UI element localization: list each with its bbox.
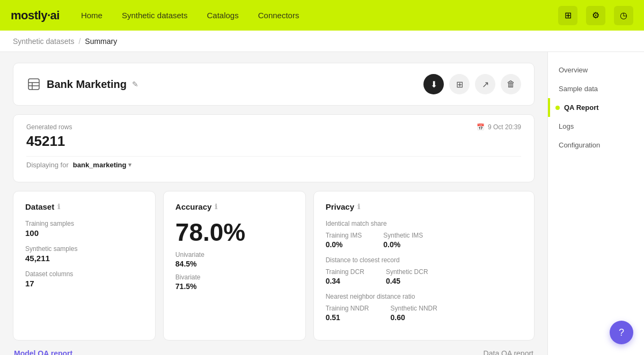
calendar-icon: 📅 <box>477 123 485 131</box>
dataset-header-card: Bank Marketing ✎ ⬇ ⊞ ↗ 🗑 <box>13 63 535 106</box>
breadcrumb-current: Summary <box>85 37 117 46</box>
sidebar-configuration-label: Configuration <box>559 141 600 149</box>
dataset-columns-item: Dataset columns 17 <box>25 270 143 288</box>
synthetic-nndr-col: Synthetic NNDR 0.60 <box>391 305 437 322</box>
training-dcr-value: 0.34 <box>326 277 364 285</box>
identical-match-title: Identical match share <box>326 220 522 227</box>
synthetic-dcr-value: 0.45 <box>386 277 428 285</box>
dataset-card-title: Dataset ℹ <box>25 202 143 211</box>
content-area: Bank Marketing ✎ ⬇ ⊞ ↗ 🗑 <box>0 52 547 355</box>
sidebar-item-sample-data[interactable]: Sample data <box>548 79 644 98</box>
synthetic-ims-col: Synthetic IMS 0.0% <box>383 232 423 249</box>
dcr-section: Distance to closest record Training DCR … <box>326 256 522 285</box>
training-nndr-value: 0.51 <box>326 313 369 322</box>
dataset-info-icon[interactable]: ℹ <box>57 203 60 211</box>
download-button[interactable]: ⬇ <box>423 74 444 94</box>
accuracy-info-icon[interactable]: ℹ <box>215 203 217 211</box>
user-icon: ◷ <box>620 10 627 20</box>
layout-icon-button[interactable]: ⊞ <box>558 6 577 25</box>
nav-icons: ⊞ ⚙ ◷ <box>558 6 633 25</box>
share-button[interactable]: ↗ <box>475 74 495 94</box>
synthetic-dcr-label: Synthetic DCR <box>386 268 428 276</box>
training-ims-value: 0.0% <box>326 240 362 249</box>
dataset-card: Dataset ℹ Training samples 100 Synthetic… <box>13 191 156 341</box>
dataset-title-row: Bank Marketing ✎ <box>26 77 138 92</box>
dataset-metrics: Training samples 100 Synthetic samples 4… <box>25 220 143 288</box>
accuracy-sub-metrics: Univariate 84.5% Bivariate 71.5% <box>175 251 294 291</box>
right-sidebar: Overview Sample data QA Report Logs Conf… <box>547 52 644 355</box>
nav-synthetic-datasets[interactable]: Synthetic datasets <box>122 11 188 20</box>
accuracy-metrics: 78.0% Univariate 84.5% Bivariate 71.5% <box>175 220 294 291</box>
accuracy-card: Accuracy ℹ 78.0% Univariate 84.5% Bivari… <box>163 191 306 341</box>
nndr-row: Training NNDR 0.51 Synthetic NNDR 0.60 <box>326 305 522 322</box>
training-dcr-col: Training DCR 0.34 <box>326 268 364 285</box>
logo[interactable]: mostly·ai <box>11 9 60 23</box>
timestamp-block: 📅 9 Oct 20:39 <box>477 123 521 131</box>
synthetic-dcr-col: Synthetic DCR 0.45 <box>386 268 428 285</box>
settings-icon-button[interactable]: ⚙ <box>586 6 605 25</box>
privacy-card-title: Privacy ℹ <box>326 202 522 211</box>
active-indicator <box>555 106 560 110</box>
univariate-value: 84.5% <box>175 260 294 268</box>
synthetic-ims-value: 0.0% <box>383 240 423 249</box>
accuracy-big-value: 78.0% <box>175 220 294 245</box>
displaying-for-value[interactable]: bank_marketing ▾ <box>73 161 132 169</box>
stats-meta: Generated rows 45211 📅 9 Oct 20:39 <box>26 123 521 150</box>
privacy-card: Privacy ℹ Identical match share Training… <box>313 191 535 341</box>
grid-view-button[interactable]: ⊞ <box>449 74 470 94</box>
nav-links: Home Synthetic datasets Catalogs Connect… <box>81 11 537 20</box>
training-nndr-col: Training NNDR 0.51 <box>326 305 369 322</box>
dcr-title: Distance to closest record <box>326 256 522 264</box>
training-ims-label: Training IMS <box>326 232 362 239</box>
breadcrumb-parent[interactable]: Synthetic datasets <box>13 37 74 46</box>
dataset-actions: ⬇ ⊞ ↗ 🗑 <box>423 74 521 94</box>
timestamp-value: 9 Oct 20:39 <box>488 123 521 131</box>
synthetic-nndr-value: 0.60 <box>391 313 437 322</box>
univariate-label: Univariate <box>175 251 294 258</box>
sidebar-item-qa-report[interactable]: QA Report <box>548 98 644 117</box>
synthetic-nndr-label: Synthetic NNDR <box>391 305 437 312</box>
generated-value: 45211 <box>26 133 72 150</box>
float-help-button[interactable]: ? <box>610 321 633 344</box>
sidebar-overview-label: Overview <box>559 66 588 74</box>
bottom-links-row: Model QA report Data QA report <box>13 349 535 355</box>
privacy-info-icon[interactable]: ℹ <box>357 203 360 211</box>
delete-button[interactable]: 🗑 <box>501 74 521 94</box>
nndr-section: Nearest neighbor distance ratio Training… <box>326 293 522 322</box>
share-icon: ↗ <box>482 79 489 90</box>
generated-rows-block: Generated rows 45211 <box>26 123 72 150</box>
main-layout: Bank Marketing ✎ ⬇ ⊞ ↗ 🗑 <box>0 52 644 355</box>
training-nndr-label: Training NNDR <box>326 305 369 312</box>
training-ims-col: Training IMS 0.0% <box>326 232 362 249</box>
training-dcr-label: Training DCR <box>326 268 364 276</box>
help-icon: ? <box>619 327 624 338</box>
user-icon-button[interactable]: ◷ <box>614 6 633 25</box>
displaying-for-label: Displaying for <box>26 161 69 169</box>
data-qa-report-link[interactable]: Data QA report <box>484 349 533 355</box>
displaying-row: Displaying for bank_marketing ▾ <box>26 156 521 171</box>
chevron-down-icon: ▾ <box>128 161 131 168</box>
training-samples-item: Training samples 100 <box>25 220 143 238</box>
synthetic-ims-label: Synthetic IMS <box>383 232 423 239</box>
sidebar-item-overview[interactable]: Overview <box>548 61 644 79</box>
univariate-item: Univariate 84.5% <box>175 251 294 268</box>
bivariate-label: Bivariate <box>175 273 294 281</box>
navbar: mostly·ai Home Synthetic datasets Catalo… <box>0 0 644 31</box>
nndr-title: Nearest neighbor distance ratio <box>326 293 522 300</box>
nav-home[interactable]: Home <box>81 11 103 20</box>
stats-row: Generated rows 45211 📅 9 Oct 20:39 Displ… <box>13 114 535 182</box>
synthetic-samples-label: Synthetic samples <box>25 245 143 253</box>
svg-rect-0 <box>28 79 39 90</box>
synthetic-samples-value: 45,211 <box>25 254 143 263</box>
sidebar-item-configuration[interactable]: Configuration <box>548 136 644 154</box>
model-qa-report-link[interactable]: Model QA report <box>14 349 72 355</box>
sidebar-item-logs[interactable]: Logs <box>548 117 644 136</box>
generated-label: Generated rows <box>26 123 72 131</box>
nav-catalogs[interactable]: Catalogs <box>207 11 239 20</box>
settings-icon: ⚙ <box>592 10 599 20</box>
nav-connectors[interactable]: Connectors <box>258 11 299 20</box>
sidebar-sample-data-label: Sample data <box>559 85 598 93</box>
dataset-columns-value: 17 <box>25 279 143 288</box>
layout-icon: ⊞ <box>565 10 572 20</box>
edit-icon[interactable]: ✎ <box>132 80 138 88</box>
